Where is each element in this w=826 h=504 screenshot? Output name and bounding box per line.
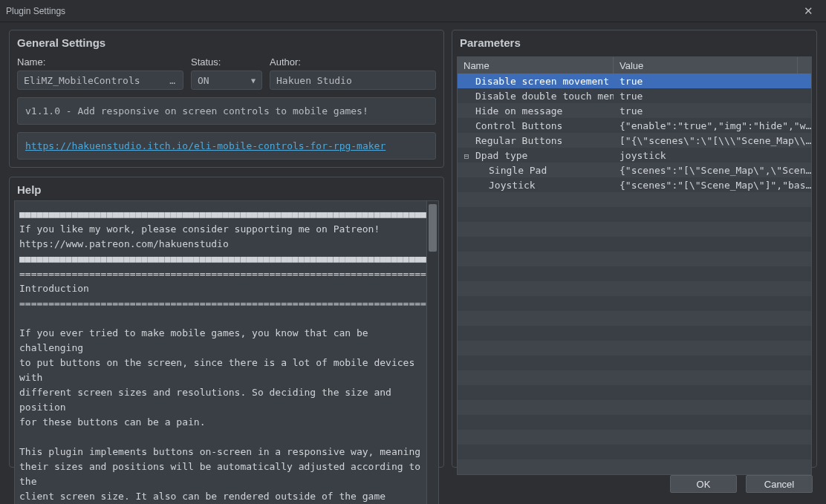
plugin-name-input[interactable]: EliMZ_MobileControls … (17, 71, 183, 90)
param-name-text: Single Pad (489, 165, 547, 176)
param-value: {"scenes":"[\"Scene_Map\"]","bas… (614, 180, 811, 191)
table-row-empty (458, 281, 811, 296)
table-row-empty (458, 400, 811, 415)
table-row-empty (458, 385, 811, 400)
plugin-name-value: EliMZ_MobileControls (24, 75, 140, 86)
table-row-empty (458, 252, 811, 266)
table-row[interactable]: Joystick{"scenes":"[\"Scene_Map\"]","bas… (458, 177, 811, 192)
table-row-empty (458, 311, 811, 326)
table-row-empty (458, 370, 811, 385)
table-body: Disable screen movementtrueDisable doubl… (458, 73, 811, 474)
help-title: Help (10, 177, 443, 200)
param-value: ["{\"scenes\":\"[\\\"Scene_Map\\… (614, 135, 811, 146)
param-name-text: Dpad type (475, 150, 527, 161)
table-header: Name Value (458, 57, 811, 73)
table-row[interactable]: Disable screen movementtrue (458, 73, 811, 88)
param-name-text: Regular Buttons (475, 135, 562, 146)
author-label: Author: (270, 56, 436, 68)
param-name: Disable screen movement (458, 76, 614, 87)
ellipsis-icon: … (169, 75, 177, 86)
help-viewport: ■■■■■■■■■■■■■■■■■■■■■■■■■■■■■■■■■■■■■■■■… (14, 200, 439, 504)
parameters-title: Parameters (452, 30, 816, 53)
param-value: true (614, 91, 811, 102)
param-value: {"scenes":"[\"Scene_Map\",\"Scen… (614, 165, 811, 176)
param-name: Joystick (458, 180, 614, 191)
window-title: Plugin Settings (6, 6, 65, 16)
table-row-empty (458, 430, 811, 445)
plugin-link-box: https://hakuenstudio.itch.io/eli-mobile-… (17, 132, 436, 160)
table-row-empty (458, 415, 811, 430)
table-row-empty (458, 356, 811, 370)
left-column: General Settings Name: EliMZ_MobileContr… (9, 30, 444, 468)
param-name-text: Control Buttons (475, 120, 562, 131)
param-name: ⊟Dpad type (458, 150, 614, 161)
table-row-empty (458, 445, 811, 459)
vertical-scrollbar[interactable] (426, 201, 438, 504)
param-name: Single Pad (458, 165, 614, 176)
status-field-wrap: Status: ON ▼ (191, 56, 262, 90)
general-settings-group: General Settings Name: EliMZ_MobileContr… (9, 30, 444, 168)
name-field-wrap: Name: EliMZ_MobileControls … (17, 56, 183, 90)
param-value: true (614, 105, 811, 117)
param-name: Regular Buttons (458, 135, 614, 146)
table-row[interactable]: Control Buttons{"enable":"true","img":"h… (458, 118, 811, 133)
param-name-text: Joystick (489, 180, 536, 191)
plugin-description: v1.1.0 - Add responsive on screen contro… (17, 97, 436, 125)
param-value: true (614, 76, 811, 87)
status-value: ON (198, 75, 209, 86)
help-group: Help ■■■■■■■■■■■■■■■■■■■■■■■■■■■■■■■■■■■… (9, 177, 444, 468)
author-field-wrap: Author: Hakuen Studio (270, 56, 436, 90)
help-text: ■■■■■■■■■■■■■■■■■■■■■■■■■■■■■■■■■■■■■■■■… (15, 201, 426, 504)
column-spacer (798, 57, 811, 73)
table-row[interactable]: Hide on messagetrue (458, 103, 811, 118)
table-row-empty (458, 341, 811, 356)
collapse-icon[interactable]: ⊟ (462, 151, 471, 161)
param-name-text: Disable screen movement (475, 76, 609, 87)
general-settings-title: General Settings (10, 30, 443, 53)
column-name[interactable]: Name (458, 57, 614, 73)
plugin-link[interactable]: https://hakuenstudio.itch.io/eli-mobile-… (25, 140, 386, 151)
table-row-empty (458, 326, 811, 341)
table-row-empty (458, 207, 811, 222)
table-row-empty (458, 459, 811, 474)
param-name-text: Disable double touch menu (475, 91, 614, 102)
parameters-table: Name Value Disable screen movementtrueDi… (457, 56, 812, 475)
table-row-empty (458, 296, 811, 311)
param-name: Control Buttons (458, 120, 614, 131)
column-value[interactable]: Value (614, 57, 798, 73)
parameters-group: Parameters Name Value Disable screen mov… (452, 30, 817, 468)
titlebar: Plugin Settings ✕ (0, 0, 826, 22)
table-row[interactable]: Regular Buttons["{\"scenes\":\"[\\\"Scen… (458, 133, 811, 148)
name-label: Name: (17, 56, 183, 68)
scrollbar-thumb[interactable] (429, 204, 437, 252)
table-row-empty (458, 266, 811, 281)
content: General Settings Name: EliMZ_MobileContr… (0, 22, 826, 468)
param-name: Disable double touch menu (458, 91, 614, 102)
table-row-empty (458, 192, 811, 207)
table-row-empty (458, 222, 811, 237)
right-column: Parameters Name Value Disable screen mov… (452, 30, 817, 468)
table-row[interactable]: Single Pad{"scenes":"[\"Scene_Map\",\"Sc… (458, 163, 811, 177)
table-row[interactable]: ⊟Dpad typejoystick (458, 148, 811, 163)
status-label: Status: (191, 56, 262, 68)
chevron-down-icon: ▼ (251, 76, 256, 85)
param-value: joystick (614, 150, 811, 161)
param-name-text: Hide on message (475, 105, 562, 117)
table-row-empty (458, 237, 811, 252)
author-value: Hakuen Studio (276, 75, 352, 86)
param-value: {"enable":"true","img":"hide","w… (614, 120, 811, 131)
param-name: Hide on message (458, 105, 614, 117)
table-row[interactable]: Disable double touch menutrue (458, 88, 811, 103)
status-select[interactable]: ON ▼ (191, 71, 262, 90)
plugin-description-text: v1.1.0 - Add responsive on screen contro… (25, 105, 368, 117)
close-icon[interactable]: ✕ (795, 4, 822, 18)
author-input[interactable]: Hakuen Studio (270, 71, 436, 90)
